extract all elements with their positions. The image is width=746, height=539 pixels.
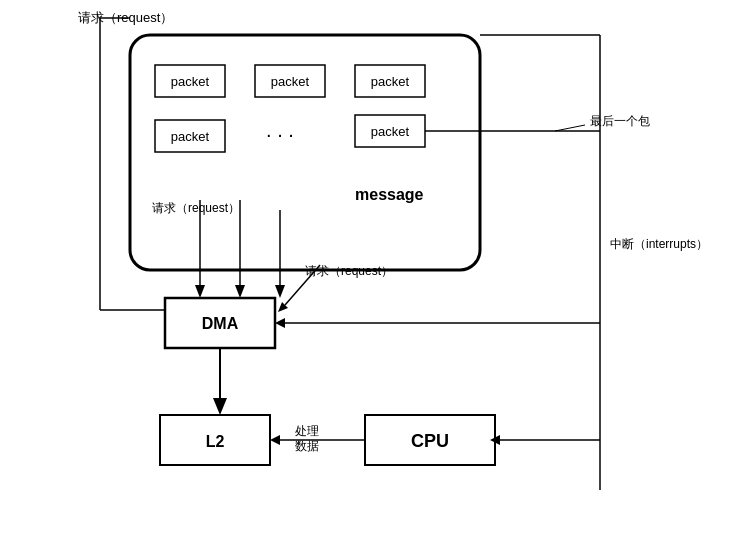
svg-text:packet: packet: [371, 74, 410, 89]
svg-text:· · ·: · · ·: [266, 123, 294, 145]
svg-text:数据: 数据: [295, 439, 319, 453]
svg-text:中断（interrupts）: 中断（interrupts）: [610, 237, 708, 251]
svg-text:packet: packet: [371, 124, 410, 139]
svg-text:packet: packet: [271, 74, 310, 89]
svg-text:最后一个包: 最后一个包: [590, 114, 650, 128]
svg-text:message: message: [355, 186, 424, 203]
svg-text:L2: L2: [206, 433, 225, 450]
svg-text:packet: packet: [171, 74, 210, 89]
svg-text:DMA: DMA: [202, 315, 239, 332]
svg-text:处理: 处理: [295, 424, 319, 438]
svg-text:请求（request）: 请求（request）: [152, 201, 240, 215]
diagram-container: 请求（request） packet packet packet packet …: [0, 0, 746, 539]
svg-text:CPU: CPU: [411, 431, 449, 451]
svg-text:packet: packet: [171, 129, 210, 144]
